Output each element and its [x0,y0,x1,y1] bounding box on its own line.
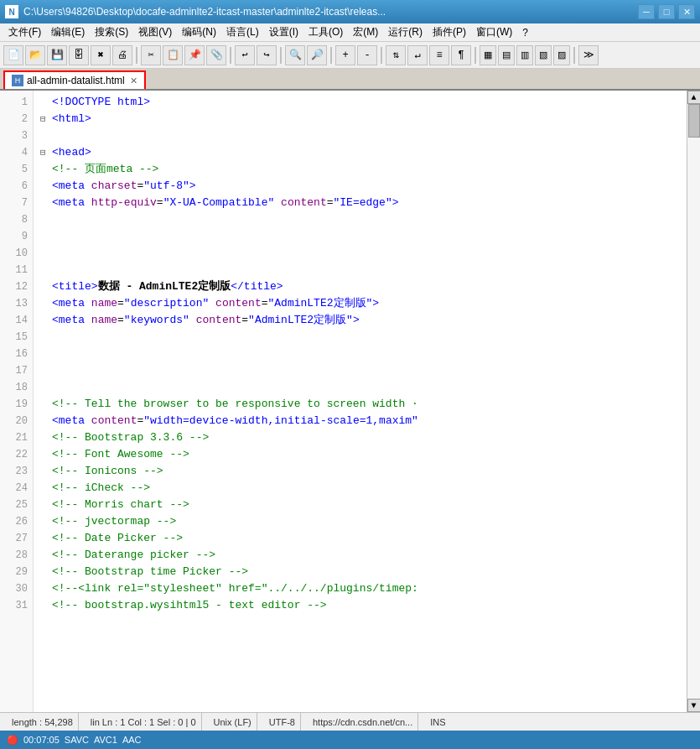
code-line: <meta name="keywords" content="AdminLTE2… [40,312,687,329]
line-number: 5 [0,161,33,178]
toolbar-sep5 [381,47,382,64]
status-length: length : 54,298 [7,713,79,731]
toolbar-cut[interactable]: ✂ [141,45,161,65]
toolbar-copy[interactable]: 📋 [163,45,183,65]
code-line [40,329,687,346]
toolbar-open[interactable]: 📂 [25,45,45,65]
close-button[interactable]: ✕ [678,4,695,19]
toolbar-close[interactable]: ✖ [91,45,111,65]
scroll-track[interactable] [687,104,701,699]
tab-file-label: all-admin-datalist.html [27,75,125,86]
maximize-button[interactable]: □ [658,4,675,19]
menu-search[interactable]: 搜索(S) [90,23,133,41]
code-text: <!--<link rel="stylesheet" href="../../.… [52,580,418,597]
tab-file[interactable]: H all-admin-datalist.html ✕ [3,70,146,89]
fold-arrow [40,228,52,245]
line-number: 19 [0,396,33,413]
toolbar-sep1 [136,47,137,64]
menu-run[interactable]: 运行(R) [383,23,428,41]
toolbar-macro1[interactable]: ▦ [480,45,496,65]
menu-bar: 文件(F) 编辑(E) 搜索(S) 视图(V) 编码(N) 语言(L) 设置(I… [0,23,700,42]
minimize-button[interactable]: ─ [638,4,655,19]
tab-close-btn[interactable]: ✕ [130,75,137,86]
fold-arrow [40,463,52,480]
fold-arrow [40,295,52,312]
toolbar-wrap[interactable]: ↵ [407,45,428,65]
code-text [52,262,59,278]
code-line [40,228,687,245]
code-content[interactable]: <!DOCTYPE html>⊟<html> ⊟<head> <!-- 页面me… [34,91,687,712]
toolbar-macro5[interactable]: ▨ [553,45,570,65]
code-line [40,127,687,144]
code-line: <meta content="width=device-width,initia… [40,413,687,429]
line-number: 18 [0,379,33,396]
toolbar-macro4[interactable]: ▧ [535,45,552,65]
toolbar-indent[interactable]: ≡ [429,45,449,65]
menu-help[interactable]: ? [517,25,533,40]
code-text: <title>数据 - AdminLTE2定制版</title> [52,278,283,295]
toolbar-find2[interactable]: 🔎 [307,45,327,65]
line-number: 22 [0,446,33,463]
code-text: <meta name="keywords" content="AdminLTE2… [52,312,360,329]
title-bar: N C:\Users\94826\Desktop\docafe-adminlte… [0,0,700,23]
fold-arrow [40,513,52,530]
code-text [52,211,59,228]
toolbar-sync[interactable]: ⇅ [386,45,406,65]
code-text [52,228,59,245]
toolbar-macro2[interactable]: ▤ [498,45,515,65]
code-line [40,245,687,262]
fold-arrow [40,362,52,379]
toolbar-zoom-out[interactable]: - [357,45,377,65]
fold-arrow [40,564,52,580]
line-number: 2 [0,111,33,127]
fold-arrow [40,312,52,329]
toolbar-print[interactable]: 🖨 [112,45,132,65]
toolbar-zoom-in[interactable]: + [335,45,355,65]
line-number: 4 [0,144,33,161]
line-number: 20 [0,413,33,429]
toolbar-save-all[interactable]: 🗄 [69,45,89,65]
toolbar-new[interactable]: 📄 [3,45,23,65]
fold-arrow[interactable]: ⊟ [40,111,52,127]
menu-file[interactable]: 文件(F) [3,23,46,41]
menu-window[interactable]: 窗口(W) [471,23,517,41]
toolbar-paste2[interactable]: 📎 [206,45,226,65]
status-bar: length : 54,298 lin Ln : 1 Col : 1 Sel :… [0,712,700,731]
code-line [40,379,687,396]
menu-settings[interactable]: 设置(I) [264,23,303,41]
code-text: <!-- Bootstrap time Picker --> [52,564,248,580]
toolbar-more[interactable]: ≫ [578,45,599,65]
toolbar-undo[interactable]: ↩ [235,45,255,65]
fold-arrow [40,446,52,463]
toolbar-macro3[interactable]: ▥ [516,45,533,65]
code-line: <meta http-equiv="X-UA-Compatible" conte… [40,195,687,211]
fold-arrow[interactable]: ⊟ [40,144,52,161]
menu-tools[interactable]: 工具(O) [303,23,348,41]
toolbar-save[interactable]: 💾 [47,45,67,65]
menu-encode[interactable]: 编码(N) [177,23,221,41]
code-text: <!-- Ionicons --> [52,463,163,480]
scroll-down-arrow[interactable]: ▼ [687,699,701,712]
scrollbar-vertical[interactable]: ▲ ▼ [687,91,700,712]
code-text [52,245,59,262]
menu-language[interactable]: 语言(L) [221,23,264,41]
menu-edit[interactable]: 编辑(E) [46,23,90,41]
scroll-up-arrow[interactable]: ▲ [687,91,701,104]
code-line: <!-- Daterange picker --> [40,547,687,564]
menu-plugins[interactable]: 插件(P) [428,23,471,41]
menu-view[interactable]: 视图(V) [133,23,177,41]
app-icon: N [5,5,18,18]
line-number: 1 [0,94,33,111]
scroll-thumb[interactable] [688,104,700,138]
toolbar-redo[interactable]: ↪ [257,45,277,65]
toolbar-paste[interactable]: 📌 [184,45,205,65]
code-line: <!-- Ionicons --> [40,463,687,480]
code-line: <!-- Bootstrap 3.3.6 --> [40,429,687,446]
code-line [40,262,687,278]
toolbar-find[interactable]: 🔍 [285,45,305,65]
toolbar-format[interactable]: ¶ [451,45,471,65]
menu-macro[interactable]: 宏(M) [348,23,383,41]
status-position: lin Ln : 1 Col : 1 Sel : 0 | 0 [86,713,202,731]
line-number: 21 [0,429,33,446]
code-text [52,362,59,379]
